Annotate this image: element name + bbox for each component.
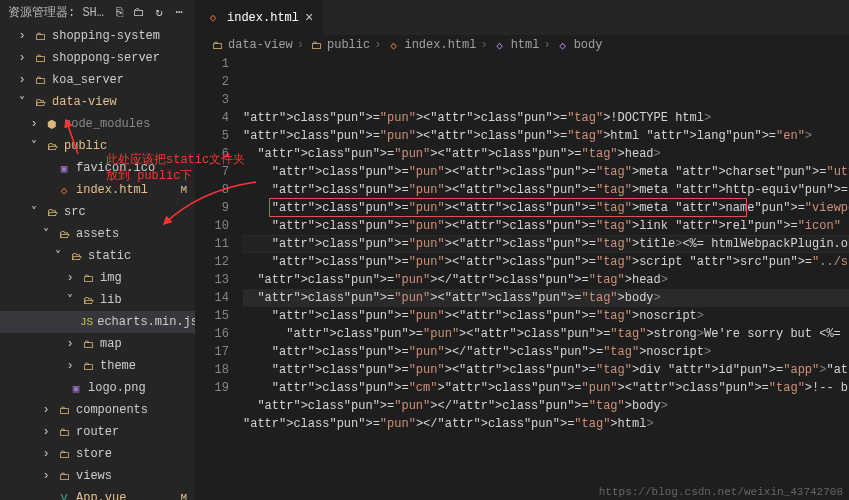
folder-src[interactable]: ˅🗁src <box>0 201 195 223</box>
tree-item-label: logo.png <box>88 381 146 395</box>
code-line-18[interactable]: "attr">class"pun">="pun"></"attr">class"… <box>243 415 849 433</box>
folder-icon: 🗀 <box>32 52 48 65</box>
chevron-down-icon: ˅ <box>52 249 64 264</box>
breadcrumb-separator: › <box>480 38 487 52</box>
folder-icon: 🗁 <box>68 250 84 263</box>
tree-item-label: map <box>100 337 122 351</box>
img-icon: ▣ <box>56 162 72 175</box>
file-tree: ›🗀shopping-system›🗀shoppong-server›🗀koa_… <box>0 25 195 500</box>
breadcrumb-item[interactable]: 🗀data-view <box>209 38 293 52</box>
code-line-15[interactable]: "attr">class"pun">="pun"><"attr">class"p… <box>243 361 849 379</box>
folder-router[interactable]: ›🗀router <box>0 421 195 443</box>
folder-icon: 🗀 <box>56 404 72 417</box>
chevron-right-icon: › <box>64 271 76 285</box>
code-line-10[interactable]: "attr">class"pun">="pun"></"attr">class"… <box>243 271 849 289</box>
folder-assets[interactable]: ˅🗁assets <box>0 223 195 245</box>
chevron-right-icon: › <box>40 425 52 439</box>
modified-badge: M <box>180 184 187 196</box>
breadcrumb[interactable]: 🗀data-view›🗀public›◇index.html›◇html›◇bo… <box>195 35 849 55</box>
breadcrumb-item[interactable]: ◇index.html <box>385 38 476 52</box>
file-echarts-min-js[interactable]: JSecharts.min.js <box>0 311 195 333</box>
tree-item-label: App.vue <box>76 491 126 500</box>
folder-components[interactable]: ›🗀components <box>0 399 195 421</box>
file-index-html[interactable]: ◇index.htmlM <box>0 179 195 201</box>
breadcrumb-item[interactable]: ◇body <box>555 38 603 52</box>
code-line-5[interactable]: "attr">class"pun">="pun"><"attr">class"p… <box>243 181 849 199</box>
chevron-right-icon: › <box>64 337 76 351</box>
folder-koa_server[interactable]: ›🗀koa_server <box>0 69 195 91</box>
folder-img[interactable]: ›🗀img <box>0 267 195 289</box>
js-icon: JS <box>80 316 93 328</box>
folder-store[interactable]: ›🗀store <box>0 443 195 465</box>
img-icon: ▣ <box>68 382 84 395</box>
chevron-down-icon: ˅ <box>28 205 40 220</box>
folder-node_modules[interactable]: ›⬢node_modules <box>0 113 195 135</box>
refresh-icon[interactable]: ↻ <box>151 5 167 21</box>
close-icon[interactable]: × <box>305 10 313 26</box>
folder-map[interactable]: ›🗀map <box>0 333 195 355</box>
code-line-13[interactable]: "attr">class"pun">="pun"><"attr">class"p… <box>243 325 849 343</box>
tree-item-label: data-view <box>52 95 117 109</box>
watermark: https://blog.csdn.net/weixin_43742708 <box>599 486 843 498</box>
code-line-19[interactable] <box>243 433 849 451</box>
code-line-2[interactable]: "attr">class"pun">="pun"><"attr">class"p… <box>243 127 849 145</box>
tree-item-label: views <box>76 469 112 483</box>
folder-icon: 🗀 <box>80 360 96 373</box>
tree-item-label: router <box>76 425 119 439</box>
code-line-6[interactable]: "attr">class"pun">="pun"><"attr">class"p… <box>243 199 849 217</box>
chevron-down-icon: ˅ <box>64 293 76 308</box>
folder-views[interactable]: ›🗀views <box>0 465 195 487</box>
breadcrumb-separator: › <box>543 38 550 52</box>
folder-data-view[interactable]: ˅🗁data-view <box>0 91 195 113</box>
chevron-right-icon: › <box>64 359 76 373</box>
explorer-header: 资源管理器: SH... ⎘ 🗀 ↻ ⋯ <box>0 0 195 25</box>
folder-icon: 🗁 <box>56 228 72 241</box>
folder-icon: 🗁 <box>44 206 60 219</box>
breadcrumb-item[interactable]: ◇html <box>492 38 540 52</box>
tree-item-label: index.html <box>76 183 148 197</box>
file-favicon-ico[interactable]: ▣favicon.ico <box>0 157 195 179</box>
code-content[interactable]: "attr">class"pun">="pun"><"attr">class"p… <box>243 55 849 500</box>
folder-static[interactable]: ˅🗁static <box>0 245 195 267</box>
new-file-icon[interactable]: ⎘ <box>111 5 127 21</box>
code-line-11[interactable]: "attr">class"pun">="pun"><"attr">class"p… <box>243 289 849 307</box>
code-line-4[interactable]: "attr">class"pun">="pun"><"attr">class"p… <box>243 163 849 181</box>
more-icon[interactable]: ⋯ <box>171 5 187 21</box>
folder-theme[interactable]: ›🗀theme <box>0 355 195 377</box>
code-line-7[interactable]: "attr">class"pun">="pun"><"attr">class"p… <box>243 217 849 235</box>
code-icon: ◇ <box>555 39 571 52</box>
code-line-1[interactable]: "attr">class"pun">="pun"><"attr">class"p… <box>243 109 849 127</box>
vue-icon: V <box>56 492 72 500</box>
code-line-12[interactable]: "attr">class"pun">="pun"><"attr">class"p… <box>243 307 849 325</box>
chevron-right-icon: › <box>16 51 28 65</box>
folder-icon: 🗀 <box>56 470 72 483</box>
folder-icon: 🗀 <box>56 448 72 461</box>
breadcrumb-item[interactable]: 🗀public <box>308 38 370 52</box>
folder-public[interactable]: ˅🗁public <box>0 135 195 157</box>
chevron-right-icon: › <box>16 73 28 87</box>
breadcrumb-separator: › <box>297 38 304 52</box>
code-line-14[interactable]: "attr">class"pun">="pun"></"attr">class"… <box>243 343 849 361</box>
html-icon: ◇ <box>385 39 401 52</box>
file-logo-png[interactable]: ▣logo.png <box>0 377 195 399</box>
tab-index-html[interactable]: ◇ index.html × <box>195 0 324 35</box>
folder-shoppong-server[interactable]: ›🗀shoppong-server <box>0 47 195 69</box>
folder-lib[interactable]: ˅🗁lib <box>0 289 195 311</box>
folder-icon: 🗀 <box>80 272 96 285</box>
file-App-vue[interactable]: VApp.vueM <box>0 487 195 500</box>
folder-icon: 🗀 <box>80 338 96 351</box>
editor-area: ◇ index.html × 🗀data-view›🗀public›◇index… <box>195 0 849 500</box>
code-line-9[interactable]: "attr">class"pun">="pun"><"attr">class"p… <box>243 253 849 271</box>
code-line-17[interactable]: "attr">class"pun">="pun"></"attr">class"… <box>243 397 849 415</box>
code-area[interactable]: 12345678910111213141516171819 "attr">cla… <box>195 55 849 500</box>
tree-item-label: shoppong-server <box>52 51 160 65</box>
code-line-8[interactable]: "attr">class"pun">="pun"><"attr">class"p… <box>243 235 849 253</box>
code-line-3[interactable]: "attr">class"pun">="pun"><"attr">class"p… <box>243 145 849 163</box>
tab-label: index.html <box>227 11 299 25</box>
tree-item-label: node_modules <box>64 117 150 131</box>
new-folder-icon[interactable]: 🗀 <box>131 5 147 21</box>
code-line-16[interactable]: "attr">class"pun">="cm">"attr">class"pun… <box>243 379 849 397</box>
folder-shopping-system[interactable]: ›🗀shopping-system <box>0 25 195 47</box>
chevron-right-icon: › <box>40 469 52 483</box>
chevron-right-icon: › <box>16 29 28 43</box>
